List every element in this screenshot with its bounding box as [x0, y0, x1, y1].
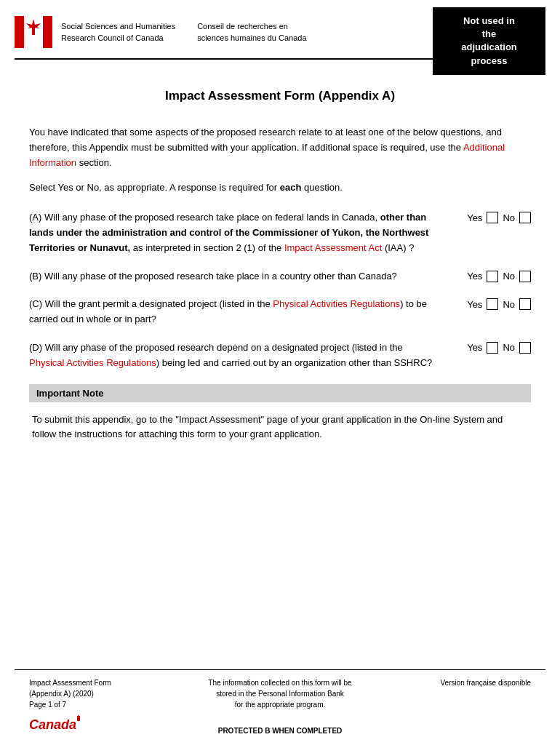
- svg-rect-1: [43, 16, 52, 48]
- intro-paragraph: You have indicated that some aspects of …: [29, 125, 531, 170]
- header: Social Sciences and Humanities Research …: [0, 0, 560, 58]
- question-d-yes-checkbox[interactable]: [487, 342, 498, 354]
- question-c-no-checkbox[interactable]: [519, 298, 531, 310]
- footer-center-blank: [196, 714, 364, 725]
- question-b-yes-no: Yes No: [444, 269, 531, 282]
- canada-flag-logo: [15, 13, 52, 51]
- org-name-french: Conseil de recherches en sciences humain…: [197, 20, 306, 44]
- question-a-block: (A) Will any phase of the proposed resea…: [29, 210, 531, 255]
- main-content: Impact Assessment Form (Appendix A) You …: [0, 60, 560, 563]
- question-a-text: (A) Will any phase of the proposed resea…: [29, 210, 436, 255]
- question-d-text: (D) Will any phase of the proposed resea…: [29, 340, 436, 371]
- form-title: Impact Assessment Form (Appendix A): [29, 89, 531, 103]
- org-name-english: Social Sciences and Humanities Research …: [61, 20, 175, 44]
- question-d-block: (D) Will any phase of the proposed resea…: [29, 340, 531, 371]
- question-c-block: (C) Will the grant permit a designated p…: [29, 297, 531, 327]
- question-c-text: (C) Will the grant permit a designated p…: [29, 297, 436, 327]
- not-used-badge: Not used in the adjudication process: [433, 7, 545, 75]
- svg-rect-0: [15, 16, 24, 48]
- physical-activities-regulations-link-c[interactable]: Physical Activities Regulations: [273, 298, 400, 309]
- page-spacer: [0, 563, 560, 669]
- question-d-no-checkbox[interactable]: [519, 342, 531, 354]
- important-note-header: Important Note: [29, 384, 531, 402]
- svg-rect-4: [32, 28, 35, 35]
- footer-left: Impact Assessment Form (Appendix A) (202…: [29, 677, 196, 738]
- question-a-no-checkbox[interactable]: [519, 212, 531, 223]
- svg-text:Canada: Canada: [29, 717, 76, 732]
- page: Social Sciences and Humanities Research …: [0, 0, 560, 745]
- footer-center: The information collected on this form w…: [196, 677, 364, 736]
- question-c-yes-checkbox[interactable]: [487, 298, 498, 310]
- question-d-yes-no: Yes No: [444, 340, 531, 354]
- footer-right: Version française disponible: [364, 677, 531, 688]
- select-instruction: Select Yes or No, as appropriate. A resp…: [29, 180, 531, 196]
- question-c-yes-no: Yes No: [444, 297, 531, 310]
- question-b-yes-checkbox[interactable]: [487, 271, 498, 282]
- physical-activities-regulations-link-d[interactable]: Physical Activities Regulations: [29, 357, 156, 368]
- footer-columns: Impact Assessment Form (Appendix A) (202…: [15, 677, 545, 738]
- question-a-yes-checkbox[interactable]: [487, 212, 498, 223]
- important-note-text: To submit this appendix, go to the "Impa…: [29, 413, 531, 443]
- canada-wordmark: Canada: [29, 714, 196, 738]
- footer: Impact Assessment Form (Appendix A) (202…: [15, 669, 545, 745]
- impact-assessment-act-link[interactable]: Impact Assessment Act: [284, 242, 382, 253]
- question-a-yes-no: Yes No: [444, 210, 531, 223]
- question-b-block: (B) Will any phase of the proposed resea…: [29, 269, 531, 284]
- question-b-no-checkbox[interactable]: [519, 271, 531, 282]
- question-b-text: (B) Will any phase of the proposed resea…: [29, 269, 436, 284]
